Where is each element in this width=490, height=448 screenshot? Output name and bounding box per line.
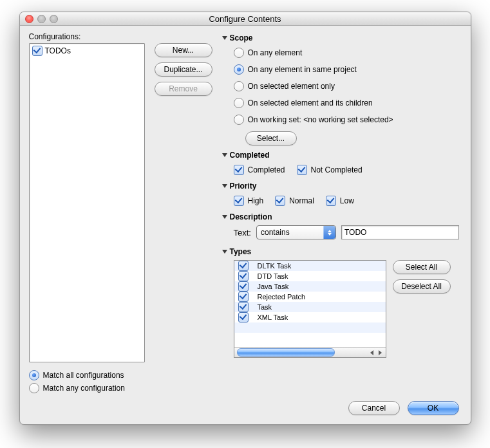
titlebar[interactable]: Configure Contents [20, 12, 471, 26]
new-button[interactable]: New... [155, 43, 212, 57]
type-checkbox[interactable] [238, 281, 249, 292]
close-icon[interactable] [25, 15, 33, 23]
deselect-all-button[interactable]: Deselect All [393, 279, 451, 294]
configurations-list[interactable]: TODOs [29, 43, 145, 362]
configure-contents-window: Configure Contents Configurations: TODOs… [19, 12, 471, 425]
disclosure-triangle-icon [222, 153, 227, 157]
type-label: XML Task [258, 313, 288, 321]
remove-button[interactable]: Remove [155, 82, 212, 96]
type-label: Java Task [258, 283, 289, 290]
scope-selected-children-radio[interactable] [234, 98, 244, 108]
select-working-set-button[interactable]: Select... [245, 131, 297, 145]
type-checkbox[interactable] [238, 271, 249, 281]
type-label: DTD Task [258, 272, 288, 280]
select-all-button[interactable]: Select All [393, 260, 451, 274]
configuration-checkbox[interactable] [32, 46, 42, 56]
type-checkbox[interactable] [238, 312, 249, 322]
scope-header[interactable]: Scope [222, 33, 459, 42]
scope-working-set-radio[interactable] [234, 115, 244, 125]
type-label: DLTK Task [258, 262, 292, 270]
disclosure-triangle-icon [222, 36, 227, 40]
type-row[interactable]: DLTK Task [234, 261, 386, 271]
type-row[interactable]: XML Task [234, 312, 386, 322]
completed-header[interactable]: Completed [222, 151, 459, 160]
disclosure-triangle-icon [222, 184, 227, 188]
scope-any-element-radio[interactable] [234, 48, 244, 58]
type-label: Task [258, 303, 272, 311]
ok-button[interactable]: OK [408, 401, 459, 415]
type-row [234, 322, 386, 333]
not-completed-checkbox[interactable] [297, 165, 307, 175]
scope-selected-only-radio[interactable] [234, 81, 244, 91]
horizontal-scrollbar[interactable] [234, 347, 386, 357]
type-row[interactable]: Task [234, 302, 386, 312]
scope-same-project-radio[interactable] [234, 64, 244, 75]
match-all-radio[interactable] [29, 370, 39, 380]
scrollbar-thumb[interactable] [237, 348, 335, 357]
disclosure-triangle-icon [222, 250, 227, 254]
popup-arrows-icon [323, 226, 335, 239]
type-row[interactable]: Rejected Patch [234, 292, 386, 302]
window-title: Configure Contents [209, 14, 281, 24]
type-row[interactable]: DTD Task [234, 271, 386, 281]
description-text-label: Text: [234, 228, 251, 238]
type-label: Rejected Patch [258, 293, 306, 301]
zoom-icon[interactable] [50, 15, 58, 23]
minimize-icon[interactable] [37, 15, 46, 23]
disclosure-triangle-icon [222, 215, 227, 219]
match-any-label: Match any configuration [43, 384, 125, 393]
priority-normal-checkbox[interactable] [275, 196, 285, 206]
types-list[interactable]: DLTK TaskDTD TaskJava TaskRejected Patch… [234, 260, 386, 358]
type-checkbox[interactable] [238, 302, 249, 312]
description-operator-popup[interactable]: contains [256, 225, 336, 239]
priority-high-checkbox[interactable] [234, 196, 244, 206]
description-text-input[interactable] [341, 225, 459, 239]
priority-low-checkbox[interactable] [326, 196, 336, 206]
configuration-item[interactable]: TODOs [32, 45, 142, 57]
completed-checkbox[interactable] [234, 165, 244, 175]
configuration-item-label: TODOs [45, 46, 71, 55]
scroll-right-icon[interactable] [376, 348, 384, 357]
cancel-button[interactable]: Cancel [348, 401, 400, 415]
priority-header[interactable]: Priority [222, 182, 459, 191]
type-checkbox[interactable] [238, 292, 249, 302]
scroll-left-icon[interactable] [368, 348, 376, 357]
match-any-radio[interactable] [29, 383, 39, 393]
type-row [234, 333, 386, 343]
type-checkbox[interactable] [238, 261, 249, 271]
match-all-label: Match all configurations [43, 371, 124, 380]
types-header[interactable]: Types [222, 247, 459, 256]
duplicate-button[interactable]: Duplicate... [155, 62, 212, 77]
description-header[interactable]: Description [222, 212, 459, 221]
type-row[interactable]: Java Task [234, 281, 386, 292]
configurations-label: Configurations: [29, 32, 145, 41]
